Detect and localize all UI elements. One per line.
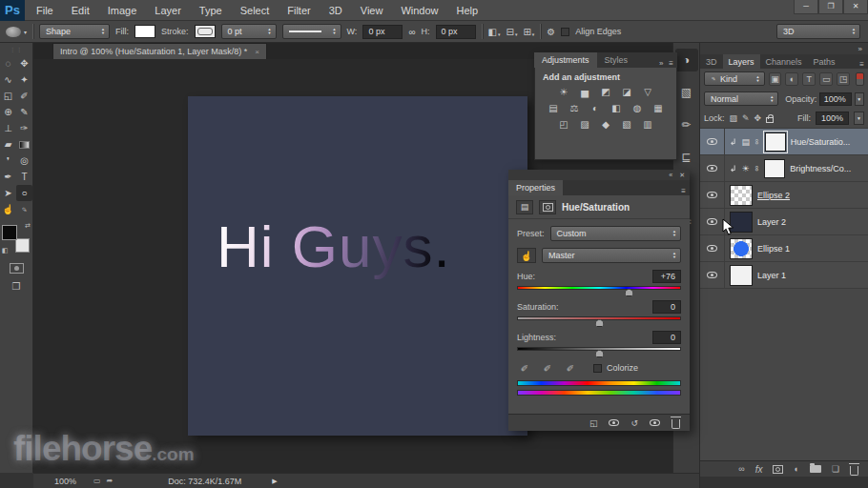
tool-ellipse-marquee[interactable]: ◌ bbox=[0, 55, 16, 71]
hue-field[interactable]: +76 bbox=[652, 270, 681, 283]
path-arrangement-button[interactable]: ⊞▾ bbox=[523, 27, 534, 37]
tool-preset-picker[interactable]: ▾ bbox=[6, 27, 27, 37]
invert-icon[interactable]: ◰ bbox=[557, 118, 571, 131]
menu-image[interactable]: Image bbox=[108, 5, 137, 16]
colorize-checkbox[interactable] bbox=[593, 364, 602, 373]
link-dimensions-icon[interactable]: ∞ bbox=[408, 27, 415, 37]
stroke-swatch[interactable] bbox=[195, 25, 216, 38]
tool-blur[interactable]: ❜ bbox=[0, 152, 16, 169]
path-operations-button[interactable]: ◧▾ bbox=[488, 27, 501, 37]
tool-crop[interactable]: ◱ bbox=[0, 88, 16, 104]
menu-view[interactable]: View bbox=[361, 5, 383, 16]
panel-grip-icon[interactable]: ⋮⋮ bbox=[10, 46, 23, 53]
status-expand-icon[interactable]: ▶ bbox=[272, 478, 277, 485]
menu-file[interactable]: File bbox=[36, 5, 53, 16]
preview-icon[interactable]: ▭ bbox=[93, 477, 101, 485]
dock-collapse-bar[interactable]: » bbox=[700, 43, 868, 54]
maximize-button[interactable]: ❐ bbox=[818, 0, 843, 14]
tool-dodge[interactable]: ◎ bbox=[16, 152, 32, 169]
layer-row-layer-1[interactable]: Layer 1 bbox=[700, 262, 868, 289]
eyedropper-subtract-icon[interactable]: ✐ bbox=[563, 361, 578, 375]
minimize-button[interactable]: ─ bbox=[794, 0, 818, 14]
geometry-options-button[interactable]: ⚙ bbox=[547, 27, 555, 37]
layer-mask-thumbnail[interactable] bbox=[764, 159, 785, 178]
default-colors-icon[interactable]: ◧ bbox=[2, 247, 9, 254]
panel-menu-icon[interactable]: ≡ bbox=[859, 60, 868, 69]
visibility-toggle[interactable] bbox=[700, 182, 725, 208]
layer-name[interactable]: Hue/Saturatio... bbox=[791, 137, 851, 147]
align-edges-checkbox[interactable] bbox=[561, 28, 569, 36]
saturation-slider-thumb[interactable] bbox=[595, 319, 604, 327]
tool-history-brush[interactable]: ✑ bbox=[16, 120, 32, 136]
fill-swatch[interactable] bbox=[134, 25, 155, 38]
tab-layers[interactable]: Layers bbox=[723, 54, 760, 69]
tool-mode-dropdown[interactable]: Shape bbox=[39, 24, 110, 39]
new-adjustment-layer-icon[interactable]: ◐ bbox=[794, 464, 798, 474]
tool-zoom[interactable]: ♀ bbox=[12, 197, 35, 220]
color-lookup-icon[interactable]: ▦ bbox=[651, 102, 666, 114]
menu-select[interactable]: Select bbox=[240, 5, 270, 16]
layer-style-icon[interactable]: fx bbox=[755, 464, 763, 475]
menu-window[interactable]: Window bbox=[401, 5, 438, 16]
layer-mask-thumbnail[interactable] bbox=[765, 132, 786, 152]
lock-transparency-icon[interactable]: ▨ bbox=[730, 113, 738, 123]
lock-all-icon[interactable] bbox=[766, 117, 774, 123]
tool-pen[interactable]: ✒ bbox=[0, 169, 16, 185]
canvas[interactable]: Hi Guys. bbox=[188, 96, 527, 436]
lock-paint-icon[interactable]: ✎ bbox=[742, 113, 750, 123]
layer-thumbnail[interactable] bbox=[730, 185, 753, 206]
close-button[interactable]: ✕ bbox=[843, 0, 868, 14]
filter-pixel-layers-icon[interactable]: ▣ bbox=[769, 72, 782, 86]
menu-3d[interactable]: 3D bbox=[329, 5, 342, 16]
filter-adjustment-layers-icon[interactable]: ◐ bbox=[785, 72, 798, 86]
delete-layer-icon[interactable] bbox=[850, 466, 858, 476]
opacity-field[interactable]: 100% bbox=[819, 92, 851, 106]
tool-eraser[interactable]: ▰ bbox=[0, 136, 16, 152]
collapse-panel-icon[interactable]: « bbox=[669, 172, 672, 178]
selective-color-icon[interactable]: ▥ bbox=[641, 118, 655, 131]
channel-mixer-icon[interactable]: ◍ bbox=[630, 102, 645, 114]
tab-adjustments[interactable]: Adjustments bbox=[534, 52, 597, 68]
saturation-slider[interactable] bbox=[517, 315, 681, 327]
lightness-slider[interactable] bbox=[517, 346, 681, 357]
close-panel-icon[interactable]: ✕ bbox=[679, 172, 685, 179]
share-icon[interactable]: ➦ bbox=[107, 477, 114, 485]
collapse-panel-icon[interactable]: » bbox=[659, 59, 663, 68]
eyedropper-add-icon[interactable]: ✐ bbox=[540, 361, 555, 375]
filter-kind-dropdown[interactable]: ♀ Kind bbox=[704, 71, 765, 86]
path-alignment-button[interactable]: ⊟▾ bbox=[506, 27, 517, 37]
tool-path-selection[interactable]: ➤ bbox=[0, 185, 16, 201]
opacity-dropdown-icon[interactable]: ▼ bbox=[855, 92, 864, 106]
levels-icon[interactable]: ▅ bbox=[578, 86, 592, 98]
panel-menu-icon[interactable]: ≡ bbox=[681, 187, 690, 195]
exposure-icon[interactable]: ◪ bbox=[620, 86, 634, 98]
layer-row-ellipse-2[interactable]: Ellipse 2 bbox=[700, 182, 868, 209]
stroke-style-dropdown[interactable] bbox=[282, 24, 341, 39]
menu-filter[interactable]: Filter bbox=[287, 5, 310, 16]
tab-3d[interactable]: 3D bbox=[700, 54, 723, 69]
tool-magic-wand[interactable]: ✦ bbox=[16, 71, 32, 88]
tab-close-icon[interactable]: × bbox=[255, 48, 259, 56]
filter-type-layers-icon[interactable]: T bbox=[802, 72, 816, 86]
threshold-icon[interactable]: ◆ bbox=[599, 118, 613, 131]
visibility-icon[interactable] bbox=[650, 419, 660, 426]
swap-colors-icon[interactable]: ⇄ bbox=[25, 222, 31, 230]
hue-saturation-icon[interactable]: ▤ bbox=[547, 102, 561, 114]
tool-clone-stamp[interactable]: ⊥ bbox=[0, 120, 16, 136]
mask-link-icon[interactable]: ∞ bbox=[753, 166, 761, 172]
zoom-level-field[interactable]: 100% bbox=[54, 477, 76, 486]
link-layers-icon[interactable]: ∞ bbox=[738, 464, 744, 474]
hue-slider[interactable] bbox=[517, 285, 681, 296]
brush-panel-icon[interactable]: ✏ bbox=[675, 113, 698, 136]
tool-lasso[interactable]: ∿ bbox=[0, 71, 16, 88]
panel-menu-icon[interactable]: ≡ bbox=[669, 59, 673, 68]
mask-icon[interactable] bbox=[539, 200, 556, 214]
tool-move[interactable]: ✥ bbox=[16, 55, 32, 71]
adjustment-icon[interactable]: ▤ bbox=[516, 200, 533, 214]
blend-mode-dropdown[interactable]: Normal bbox=[704, 92, 778, 106]
visibility-toggle[interactable] bbox=[700, 235, 725, 261]
document-tab[interactable]: Intro @ 100% (Hue/Saturation 1, Layer Ma… bbox=[52, 43, 267, 59]
reset-icon[interactable]: ↺ bbox=[630, 418, 638, 428]
filter-smart-objects-icon[interactable]: ◳ bbox=[837, 72, 850, 86]
brightness-contrast-icon[interactable]: ☀ bbox=[557, 86, 571, 98]
